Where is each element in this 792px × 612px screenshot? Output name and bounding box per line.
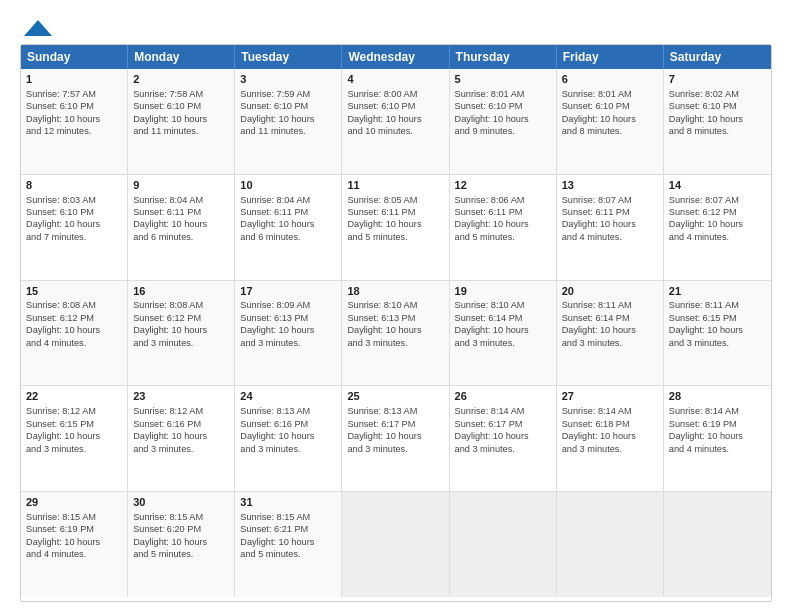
day-number: 21	[669, 284, 766, 299]
calendar-cell: 20Sunrise: 8:11 AMSunset: 6:14 PMDayligh…	[557, 281, 664, 386]
day-number: 27	[562, 389, 658, 404]
logo	[20, 18, 54, 34]
day-number: 13	[562, 178, 658, 193]
day-number: 11	[347, 178, 443, 193]
cell-detail: Sunrise: 8:11 AMSunset: 6:15 PMDaylight:…	[669, 299, 766, 349]
cell-detail: Sunrise: 8:14 AMSunset: 6:17 PMDaylight:…	[455, 405, 551, 455]
calendar-cell: 13Sunrise: 8:07 AMSunset: 6:11 PMDayligh…	[557, 175, 664, 280]
header-day: Sunday	[21, 45, 128, 69]
cell-detail: Sunrise: 8:12 AMSunset: 6:15 PMDaylight:…	[26, 405, 122, 455]
cell-detail: Sunrise: 8:12 AMSunset: 6:16 PMDaylight:…	[133, 405, 229, 455]
calendar-cell: 22Sunrise: 8:12 AMSunset: 6:15 PMDayligh…	[21, 386, 128, 491]
cell-detail: Sunrise: 8:09 AMSunset: 6:13 PMDaylight:…	[240, 299, 336, 349]
day-number: 1	[26, 72, 122, 87]
calendar-cell: 17Sunrise: 8:09 AMSunset: 6:13 PMDayligh…	[235, 281, 342, 386]
day-number: 30	[133, 495, 229, 510]
calendar-cell: 19Sunrise: 8:10 AMSunset: 6:14 PMDayligh…	[450, 281, 557, 386]
day-number: 28	[669, 389, 766, 404]
logo-icon	[22, 18, 54, 38]
calendar-cell: 21Sunrise: 8:11 AMSunset: 6:15 PMDayligh…	[664, 281, 771, 386]
cell-detail: Sunrise: 8:05 AMSunset: 6:11 PMDaylight:…	[347, 194, 443, 244]
cell-detail: Sunrise: 8:13 AMSunset: 6:16 PMDaylight:…	[240, 405, 336, 455]
cell-detail: Sunrise: 8:02 AMSunset: 6:10 PMDaylight:…	[669, 88, 766, 138]
day-number: 23	[133, 389, 229, 404]
day-number: 18	[347, 284, 443, 299]
day-number: 25	[347, 389, 443, 404]
calendar-cell: 14Sunrise: 8:07 AMSunset: 6:12 PMDayligh…	[664, 175, 771, 280]
day-number: 6	[562, 72, 658, 87]
calendar-cell: 6Sunrise: 8:01 AMSunset: 6:10 PMDaylight…	[557, 69, 664, 174]
header-day: Friday	[557, 45, 664, 69]
calendar-week-row: 1Sunrise: 7:57 AMSunset: 6:10 PMDaylight…	[21, 69, 771, 175]
calendar-cell	[664, 492, 771, 597]
calendar-cell: 3Sunrise: 7:59 AMSunset: 6:10 PMDaylight…	[235, 69, 342, 174]
cell-detail: Sunrise: 8:00 AMSunset: 6:10 PMDaylight:…	[347, 88, 443, 138]
day-number: 22	[26, 389, 122, 404]
header-day: Monday	[128, 45, 235, 69]
day-number: 2	[133, 72, 229, 87]
cell-detail: Sunrise: 8:15 AMSunset: 6:21 PMDaylight:…	[240, 511, 336, 561]
cell-detail: Sunrise: 8:01 AMSunset: 6:10 PMDaylight:…	[562, 88, 658, 138]
calendar-cell: 5Sunrise: 8:01 AMSunset: 6:10 PMDaylight…	[450, 69, 557, 174]
day-number: 31	[240, 495, 336, 510]
header-day: Wednesday	[342, 45, 449, 69]
calendar-cell: 11Sunrise: 8:05 AMSunset: 6:11 PMDayligh…	[342, 175, 449, 280]
calendar-cell: 1Sunrise: 7:57 AMSunset: 6:10 PMDaylight…	[21, 69, 128, 174]
calendar-week-row: 22Sunrise: 8:12 AMSunset: 6:15 PMDayligh…	[21, 386, 771, 492]
cell-detail: Sunrise: 8:15 AMSunset: 6:19 PMDaylight:…	[26, 511, 122, 561]
cell-detail: Sunrise: 8:01 AMSunset: 6:10 PMDaylight:…	[455, 88, 551, 138]
cell-detail: Sunrise: 8:06 AMSunset: 6:11 PMDaylight:…	[455, 194, 551, 244]
calendar-week-row: 29Sunrise: 8:15 AMSunset: 6:19 PMDayligh…	[21, 492, 771, 597]
calendar-cell: 9Sunrise: 8:04 AMSunset: 6:11 PMDaylight…	[128, 175, 235, 280]
calendar-cell	[342, 492, 449, 597]
calendar-cell: 18Sunrise: 8:10 AMSunset: 6:13 PMDayligh…	[342, 281, 449, 386]
day-number: 16	[133, 284, 229, 299]
calendar-page: SundayMondayTuesdayWednesdayThursdayFrid…	[0, 0, 792, 612]
day-number: 26	[455, 389, 551, 404]
cell-detail: Sunrise: 7:58 AMSunset: 6:10 PMDaylight:…	[133, 88, 229, 138]
calendar: SundayMondayTuesdayWednesdayThursdayFrid…	[20, 44, 772, 602]
calendar-cell: 12Sunrise: 8:06 AMSunset: 6:11 PMDayligh…	[450, 175, 557, 280]
day-number: 17	[240, 284, 336, 299]
cell-detail: Sunrise: 7:57 AMSunset: 6:10 PMDaylight:…	[26, 88, 122, 138]
header-day: Tuesday	[235, 45, 342, 69]
day-number: 15	[26, 284, 122, 299]
day-number: 7	[669, 72, 766, 87]
cell-detail: Sunrise: 8:04 AMSunset: 6:11 PMDaylight:…	[133, 194, 229, 244]
cell-detail: Sunrise: 8:10 AMSunset: 6:14 PMDaylight:…	[455, 299, 551, 349]
cell-detail: Sunrise: 8:08 AMSunset: 6:12 PMDaylight:…	[133, 299, 229, 349]
day-number: 4	[347, 72, 443, 87]
calendar-cell: 27Sunrise: 8:14 AMSunset: 6:18 PMDayligh…	[557, 386, 664, 491]
cell-detail: Sunrise: 8:07 AMSunset: 6:11 PMDaylight:…	[562, 194, 658, 244]
cell-detail: Sunrise: 8:07 AMSunset: 6:12 PMDaylight:…	[669, 194, 766, 244]
day-number: 19	[455, 284, 551, 299]
calendar-cell: 2Sunrise: 7:58 AMSunset: 6:10 PMDaylight…	[128, 69, 235, 174]
calendar-body: 1Sunrise: 7:57 AMSunset: 6:10 PMDaylight…	[21, 69, 771, 597]
day-number: 5	[455, 72, 551, 87]
cell-detail: Sunrise: 8:14 AMSunset: 6:19 PMDaylight:…	[669, 405, 766, 455]
calendar-cell: 23Sunrise: 8:12 AMSunset: 6:16 PMDayligh…	[128, 386, 235, 491]
cell-detail: Sunrise: 8:08 AMSunset: 6:12 PMDaylight:…	[26, 299, 122, 349]
calendar-cell: 28Sunrise: 8:14 AMSunset: 6:19 PMDayligh…	[664, 386, 771, 491]
calendar-cell: 8Sunrise: 8:03 AMSunset: 6:10 PMDaylight…	[21, 175, 128, 280]
calendar-cell: 10Sunrise: 8:04 AMSunset: 6:11 PMDayligh…	[235, 175, 342, 280]
calendar-cell: 31Sunrise: 8:15 AMSunset: 6:21 PMDayligh…	[235, 492, 342, 597]
calendar-cell: 26Sunrise: 8:14 AMSunset: 6:17 PMDayligh…	[450, 386, 557, 491]
day-number: 20	[562, 284, 658, 299]
calendar-cell: 29Sunrise: 8:15 AMSunset: 6:19 PMDayligh…	[21, 492, 128, 597]
cell-detail: Sunrise: 8:11 AMSunset: 6:14 PMDaylight:…	[562, 299, 658, 349]
header-day: Thursday	[450, 45, 557, 69]
calendar-cell	[557, 492, 664, 597]
page-header	[20, 18, 772, 34]
day-number: 14	[669, 178, 766, 193]
cell-detail: Sunrise: 8:14 AMSunset: 6:18 PMDaylight:…	[562, 405, 658, 455]
cell-detail: Sunrise: 8:04 AMSunset: 6:11 PMDaylight:…	[240, 194, 336, 244]
calendar-header: SundayMondayTuesdayWednesdayThursdayFrid…	[21, 45, 771, 69]
day-number: 12	[455, 178, 551, 193]
calendar-cell: 24Sunrise: 8:13 AMSunset: 6:16 PMDayligh…	[235, 386, 342, 491]
calendar-cell: 15Sunrise: 8:08 AMSunset: 6:12 PMDayligh…	[21, 281, 128, 386]
cell-detail: Sunrise: 7:59 AMSunset: 6:10 PMDaylight:…	[240, 88, 336, 138]
cell-detail: Sunrise: 8:10 AMSunset: 6:13 PMDaylight:…	[347, 299, 443, 349]
header-day: Saturday	[664, 45, 771, 69]
day-number: 3	[240, 72, 336, 87]
